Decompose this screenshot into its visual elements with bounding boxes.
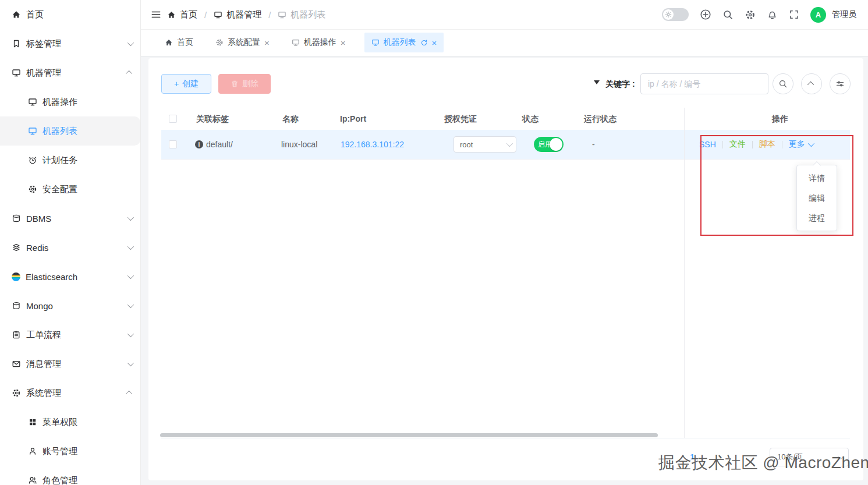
- chevron-down-icon: [127, 243, 134, 250]
- chevron-down-icon: [506, 140, 513, 147]
- info-icon[interactable]: i: [195, 140, 203, 148]
- username[interactable]: 管理员: [832, 9, 856, 20]
- gear-icon: [12, 388, 21, 398]
- sidebar-item-label: 机器列表: [42, 126, 132, 137]
- create-button[interactable]: + 创建: [161, 74, 211, 94]
- credential-select[interactable]: root: [454, 136, 516, 153]
- refresh-icon[interactable]: [420, 39, 428, 47]
- top-navbar: 首页 / 机器管理 / 机器列表 A 管理员: [140, 0, 868, 30]
- chevron-down-icon: [127, 214, 134, 221]
- sidebar-item-home[interactable]: 首页: [0, 0, 140, 29]
- tag-cell: i default/: [195, 130, 233, 159]
- sidebar-item-machine-mgmt[interactable]: 机器管理: [0, 58, 140, 87]
- collapse-up-button[interactable]: [801, 73, 822, 94]
- toggle-knob: [550, 138, 562, 151]
- grid-icon: [28, 417, 37, 427]
- elasticsearch-icon: [12, 272, 20, 281]
- sidebar-item-label: 机器操作: [42, 97, 132, 108]
- gear-icon: [215, 38, 224, 47]
- tab-label: 机器操作: [304, 37, 336, 48]
- column-header-status: 状态: [522, 108, 538, 130]
- ssh-action-link[interactable]: SSH: [699, 140, 716, 149]
- sidebar-item-label: 计划任务: [42, 155, 132, 166]
- ip-port-link[interactable]: 192.168.3.101:22: [341, 130, 404, 159]
- column-settings-button[interactable]: [830, 73, 851, 94]
- sidebar-item-label: Mongo: [26, 301, 122, 311]
- close-icon[interactable]: ×: [432, 38, 437, 47]
- sidebar-item-accounts[interactable]: 账号管理: [0, 437, 140, 466]
- sidebar-item-scheduled-tasks[interactable]: 计划任务: [0, 146, 140, 175]
- gear-icon[interactable]: [745, 9, 756, 20]
- column-header-name: 名称: [282, 108, 299, 130]
- sidebar-item-label: 工单流程: [26, 330, 122, 341]
- sidebar-item-tags[interactable]: 标签管理: [0, 29, 140, 58]
- sidebar-item-redis[interactable]: Redis: [0, 233, 140, 262]
- table-bottom-border: [161, 438, 850, 438]
- avatar[interactable]: A: [810, 7, 826, 23]
- sidebar-item-dbms[interactable]: DBMS: [0, 204, 140, 233]
- dropdown-item-process[interactable]: 进程: [797, 208, 837, 228]
- monitor-icon: [28, 97, 37, 107]
- credential-cell: root: [454, 130, 516, 159]
- fullscreen-icon[interactable]: [789, 9, 799, 20]
- file-action-link[interactable]: 文件: [729, 139, 746, 150]
- chevron-up-icon: [126, 70, 132, 77]
- sidebar-item-roles[interactable]: 角色管理: [0, 466, 140, 485]
- chevron-down-icon: [127, 40, 134, 46]
- close-icon[interactable]: ×: [341, 38, 346, 47]
- keyword-input[interactable]: [640, 73, 768, 94]
- select-all-checkbox[interactable]: [169, 115, 177, 123]
- row-checkbox[interactable]: [169, 140, 177, 148]
- tab-machine-ops[interactable]: 机器操作 ×: [288, 33, 349, 52]
- breadcrumb: 首页 / 机器管理 / 机器列表: [167, 9, 325, 20]
- monitor-icon: [278, 10, 286, 19]
- chevron-up-icon: [126, 391, 132, 397]
- chevron-down-icon: [127, 360, 134, 366]
- breadcrumb-section[interactable]: 机器管理: [226, 9, 261, 20]
- search-icon[interactable]: [722, 9, 734, 20]
- sidebar-item-system-mgmt[interactable]: 系统管理: [0, 378, 140, 408]
- sidebar-item-mongo[interactable]: Mongo: [0, 291, 140, 320]
- bell-icon[interactable]: [767, 9, 778, 20]
- dropdown-item-detail[interactable]: 详情: [797, 168, 837, 188]
- column-header-run-status: 运行状态: [584, 108, 617, 130]
- monitor-icon: [214, 10, 222, 19]
- sidebar-item-security-config[interactable]: 安全配置: [0, 175, 140, 204]
- tab-label: 机器列表: [384, 37, 416, 48]
- sidebar-item-label: DBMS: [26, 214, 122, 224]
- tab-label: 首页: [177, 37, 193, 48]
- sidebar-item-label: 系统管理: [26, 388, 122, 399]
- sidebar-item-machine-ops[interactable]: 机器操作: [0, 87, 140, 116]
- gear-icon: [28, 185, 37, 194]
- tab-label: 系统配置: [228, 37, 260, 48]
- theme-toggle[interactable]: [662, 8, 689, 21]
- sidebar-item-workorder[interactable]: 工单流程: [0, 320, 140, 349]
- delete-button[interactable]: 删除: [218, 74, 271, 94]
- breadcrumb-home[interactable]: 首页: [180, 9, 197, 20]
- sliders-icon: [835, 79, 845, 88]
- tab-system-config[interactable]: 系统配置 ×: [212, 33, 273, 52]
- sidebar-item-messages[interactable]: 消息管理: [0, 349, 140, 378]
- tab-home[interactable]: 首页: [161, 33, 197, 52]
- tab-machine-list[interactable]: 机器列表 ×: [364, 33, 444, 52]
- sidebar-item-elasticsearch[interactable]: Elasticsearch: [0, 262, 140, 291]
- sidebar-item-menu-permissions[interactable]: 菜单权限: [0, 408, 140, 437]
- collapse-menu-icon[interactable]: [151, 9, 161, 20]
- monitor-icon: [12, 68, 21, 77]
- fixed-column-divider: [684, 108, 685, 438]
- users-icon: [28, 476, 37, 485]
- collapse-caret-icon[interactable]: [594, 80, 600, 84]
- close-icon[interactable]: ×: [264, 38, 270, 47]
- sidebar-item-machine-list[interactable]: 机器列表: [0, 116, 140, 146]
- monitor-icon: [371, 38, 380, 47]
- alarm-clock-icon: [28, 155, 37, 165]
- more-action-link[interactable]: 更多: [789, 139, 813, 150]
- trash-icon: [231, 80, 239, 88]
- dropdown-item-edit[interactable]: 编辑: [797, 188, 837, 208]
- status-toggle[interactable]: 启用: [534, 137, 564, 152]
- horizontal-scrollbar[interactable]: [160, 433, 658, 437]
- search-button[interactable]: [773, 73, 793, 94]
- plus-circle-icon[interactable]: [700, 9, 711, 20]
- script-action-link[interactable]: 脚本: [759, 139, 775, 150]
- machine-list-panel: 掘金技术社区 @ MacroZheng 掘金技术社区 @ MacroZheng …: [148, 58, 863, 480]
